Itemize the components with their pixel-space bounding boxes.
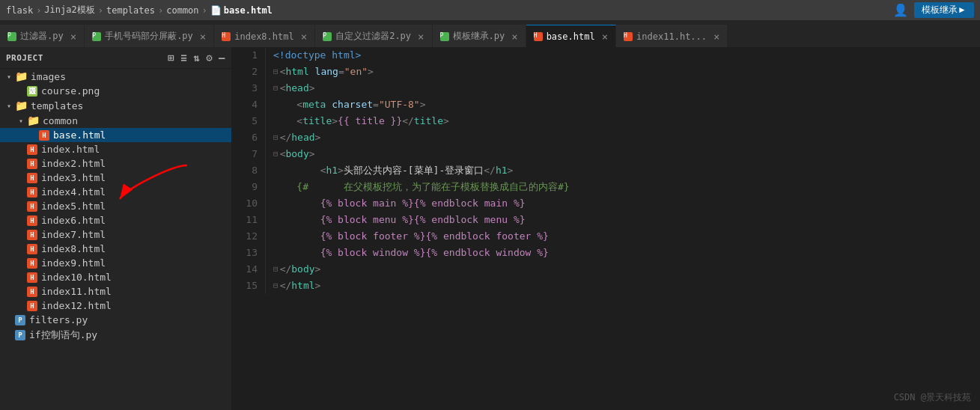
tree-item-3[interactable]: ▾📁common	[0, 113, 231, 128]
tab-close-tab2[interactable]: ×	[200, 31, 206, 43]
tree-item-18[interactable]: Pif控制语句.py	[0, 327, 231, 343]
expand-icon-0[interactable]: ▾	[3, 73, 15, 81]
tab-tab6[interactable]: Hbase.html×	[526, 25, 616, 47]
tree-item-14[interactable]: Hindex10.html	[0, 270, 231, 284]
top-bar: flask › Jinja2模板 › templates › common › …	[0, 0, 980, 21]
tab-close-tab4[interactable]: ×	[418, 31, 424, 43]
token-text-content: 头部公共内容-[菜单]-登录窗口	[344, 163, 484, 179]
line-num-11: 11	[235, 212, 258, 228]
tree-item-6[interactable]: Hindex2.html	[0, 156, 231, 171]
token-tag-bracket: </	[280, 278, 292, 294]
sidebar-sync-icon[interactable]: ⊞	[168, 52, 174, 64]
tree-item-5[interactable]: Hindex.html	[0, 142, 231, 156]
breadcrumb-current: 📄base.html	[210, 5, 273, 16]
token-tag-bracket: <	[296, 114, 302, 129]
expand-icon-3[interactable]: ▾	[15, 117, 27, 125]
sidebar-expand-icon[interactable]: ⇅	[193, 52, 200, 64]
sidebar-collapse-icon[interactable]: ≡	[180, 52, 187, 64]
token-tag-bracket: <	[320, 163, 326, 179]
token-jinja-block: {% block menu %}{% endblock menu %}	[320, 212, 526, 228]
tree-item-12[interactable]: Hindex8.html	[0, 242, 231, 256]
token-tag: h1	[326, 163, 338, 179]
sidebar-header: Project ⊞ ≡ ⇅ ⚙ —	[0, 47, 231, 69]
breadcrumb-common[interactable]: common	[166, 5, 198, 16]
token-fold: ⊟	[273, 263, 279, 276]
user-icon: 👤	[893, 3, 908, 17]
token-tag-bracket: <	[280, 147, 286, 162]
file-icon-18: P	[15, 330, 25, 340]
template-inherit-btn[interactable]: 模板继承►	[914, 2, 974, 18]
breadcrumb-templates[interactable]: templates	[106, 5, 155, 16]
code-line-3: ⊟<head>	[273, 80, 980, 97]
tab-tab3[interactable]: Hindex8.html×	[214, 25, 315, 47]
tree-label-13: index9.html	[41, 257, 106, 269]
expand-icon-2[interactable]: ▾	[3, 102, 15, 110]
tab-tab7[interactable]: Hindex11.ht...×	[616, 25, 728, 47]
tree-label-12: index8.html	[41, 243, 106, 254]
code-line-13: {% block window %}{% endblock window %}	[273, 245, 980, 261]
token-tag: html	[291, 278, 314, 294]
tree-item-15[interactable]: Hindex11.html	[0, 284, 231, 299]
tab-close-tab5[interactable]: ×	[511, 31, 517, 43]
tree-item-9[interactable]: Hindex5.html	[0, 199, 231, 213]
tab-tab1[interactable]: P过滤器.py×	[0, 25, 85, 47]
line-num-7: 7	[235, 146, 258, 162]
code-line-10: {% block main %}{% endblock main %}	[273, 195, 980, 212]
sidebar-gear-icon[interactable]: ⚙	[206, 52, 213, 64]
tree-item-10[interactable]: Hindex6.html	[0, 213, 231, 227]
token-doctype: <!doctype html>	[273, 48, 361, 64]
tree-label-8: index4.html	[41, 186, 106, 198]
token-tag-bracket: >	[315, 262, 321, 278]
tab-label-tab3: index8.html	[234, 31, 293, 42]
code-area: 123456789101112131415 <!doctype html>⊟<h…	[232, 47, 980, 294]
tree-item-0[interactable]: ▾📁images	[0, 69, 231, 84]
tree-item-11[interactable]: Hindex7.html	[0, 227, 231, 242]
code-lines[interactable]: <!doctype html>⊟<html lang="en">⊟<head> …	[266, 47, 980, 294]
main-layout: Project ⊞ ≡ ⇅ ⚙ — ▾📁images🖼course.png▾📁t…	[0, 47, 980, 410]
tab-label-tab7: index11.ht...	[636, 31, 707, 42]
line-num-1: 1	[235, 47, 258, 64]
code-line-4: <meta charset="UTF-8">	[273, 97, 980, 113]
token-tag-bracket: </	[280, 262, 292, 278]
line-numbers: 123456789101112131415	[232, 47, 266, 294]
tab-close-tab1[interactable]: ×	[70, 31, 76, 43]
tree-label-16: index12.html	[41, 300, 112, 311]
file-icon-1: 🖼	[27, 86, 37, 97]
tab-close-tab7[interactable]: ×	[713, 31, 719, 43]
tab-close-tab6[interactable]: ×	[602, 31, 608, 43]
tree-label-11: index7.html	[41, 229, 106, 240]
sidebar-icons: ⊞ ≡ ⇅ ⚙ —	[168, 52, 225, 64]
code-line-9: {# 在父模板挖坑，为了能在子模板替换成自己的内容#}	[273, 179, 980, 195]
tab-tab2[interactable]: P手机号码部分屏蔽.py×	[85, 25, 214, 47]
tree-label-6: index2.html	[41, 158, 106, 169]
breadcrumb-jinja2[interactable]: Jinja2模板	[44, 4, 94, 16]
tree-item-7[interactable]: Hindex3.html	[0, 171, 231, 185]
tree-item-1[interactable]: 🖼course.png	[0, 84, 231, 98]
tree-item-13[interactable]: Hindex9.html	[0, 256, 231, 270]
sidebar-close-icon[interactable]: —	[219, 52, 225, 64]
token-jinja-block: {% block main %}{% endblock main %}	[320, 196, 526, 212]
file-icon-13: H	[27, 258, 37, 269]
token-fold: ⊟	[273, 65, 279, 79]
tree-item-4[interactable]: Hbase.html	[0, 128, 231, 142]
tree-item-16[interactable]: Hindex12.html	[0, 299, 231, 313]
token-tag-bracket: >	[338, 163, 344, 179]
line-num-12: 12	[235, 228, 258, 245]
tab-label-tab5: 模板继承.py	[453, 30, 505, 43]
tree-label-4: base.html	[53, 129, 106, 141]
token-tag: head	[285, 81, 308, 97]
token-tag-bracket: >	[420, 97, 426, 113]
tree-label-3: common	[43, 115, 78, 126]
tree-item-2[interactable]: ▾📁templates	[0, 98, 231, 113]
watermark: CSDN @景天科技苑	[894, 391, 971, 404]
tree-item-17[interactable]: Pfilters.py	[0, 313, 231, 327]
tab-tab5[interactable]: P模板继承.py×	[433, 25, 526, 47]
breadcrumb-flask[interactable]: flask	[6, 5, 33, 16]
tab-label-tab4: 自定义过滤器2.py	[335, 30, 411, 43]
tree-item-8[interactable]: Hindex4.html	[0, 185, 231, 199]
tree-label-2: templates	[31, 100, 83, 111]
tab-close-tab3[interactable]: ×	[301, 31, 307, 43]
file-icon-5: H	[27, 144, 37, 155]
code-line-2: ⊟<html lang="en">	[273, 64, 980, 80]
tab-tab4[interactable]: P自定义过滤器2.py×	[315, 25, 432, 47]
